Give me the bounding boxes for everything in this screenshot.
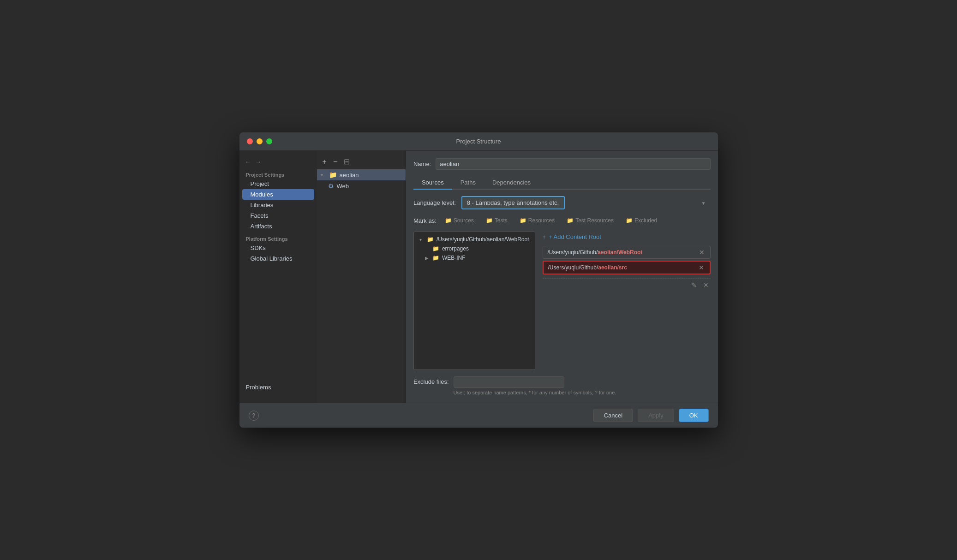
- window-controls: [247, 138, 272, 144]
- folder-icon: 📁: [427, 236, 434, 243]
- project-structure-dialog: Project Structure ← → Project Settings P…: [239, 132, 718, 428]
- forward-arrow[interactable]: →: [255, 158, 262, 166]
- folder-test-resources-icon: 📁: [567, 217, 574, 224]
- tree-item-web[interactable]: ⚙ Web: [317, 180, 406, 191]
- root-path-2: /Users/yuqiu/Github/aeolian/src: [548, 264, 627, 271]
- mark-tests-button[interactable]: 📁 Tests: [482, 216, 511, 225]
- sub-module-icon: ⚙: [328, 182, 334, 190]
- language-level-label: Language level:: [413, 199, 456, 206]
- chevron-down-icon: ▾: [321, 173, 326, 178]
- folder-sources-icon: 📁: [445, 217, 452, 224]
- footer-left: ?: [249, 411, 589, 421]
- ok-button[interactable]: OK: [679, 409, 709, 422]
- name-row: Name:: [413, 158, 711, 170]
- sidebar-item-global-libraries[interactable]: Global Libraries: [239, 253, 317, 264]
- tree-item-label: aeolian: [340, 172, 359, 179]
- language-level-row: Language level: 8 - Lambdas, type annota…: [413, 196, 711, 209]
- mark-as-label: Mark as:: [413, 217, 437, 224]
- back-arrow[interactable]: ←: [245, 158, 251, 166]
- cancel-button[interactable]: Cancel: [593, 409, 633, 422]
- chevron-right-icon: ▶: [425, 256, 430, 261]
- language-level-select[interactable]: 8 - Lambdas, type annotations etc.: [461, 196, 565, 209]
- remove-root-2-button[interactable]: ✕: [698, 264, 705, 271]
- exclude-hint: Use ; to separate name patterns, * for a…: [454, 390, 616, 395]
- sidebar-item-artifacts[interactable]: Artifacts: [239, 221, 317, 232]
- help-button[interactable]: ?: [249, 411, 259, 421]
- mark-sources-button[interactable]: 📁 Sources: [441, 216, 478, 225]
- root-path-1: /Users/yuqiu/Github/aeolian/WebRoot: [548, 249, 643, 256]
- close-button[interactable]: [247, 138, 253, 144]
- folder-excluded-icon: 📁: [626, 217, 633, 224]
- sidebar: ← → Project Settings Project Modules Lib…: [239, 151, 317, 403]
- module-tree: + − ⊟ ▾ 📁 aeolian ⚙ Web: [317, 151, 406, 403]
- folder-icon: 📁: [432, 255, 439, 261]
- sidebar-item-libraries[interactable]: Libraries: [239, 200, 317, 210]
- file-tree-item-webinf[interactable]: ▶ 📁 WEB-INF: [414, 253, 535, 262]
- minimize-button[interactable]: [257, 138, 263, 144]
- exclude-files-input[interactable]: [454, 376, 564, 388]
- tree-item-aeolian[interactable]: ▾ 📁 aeolian: [317, 169, 406, 180]
- tree-item-web-label: Web: [337, 183, 349, 190]
- plus-icon: +: [543, 233, 546, 240]
- chevron-down-icon: ▾: [419, 237, 424, 242]
- exclude-input-group: Use ; to separate name patterns, * for a…: [454, 376, 616, 395]
- file-tree-item-errorpages[interactable]: 📁 errorpages: [414, 244, 535, 253]
- mark-as-row: Mark as: 📁 Sources 📁 Tests 📁 Resources 📁…: [413, 216, 711, 225]
- language-level-wrapper: 8 - Lambdas, type annotations etc.: [461, 196, 711, 209]
- window-title: Project Structure: [456, 138, 501, 145]
- copy-module-button[interactable]: ⊟: [342, 156, 352, 167]
- content-roots-column: + + Add Content Root /Users/yuqiu/Github…: [535, 232, 711, 370]
- file-tree[interactable]: ▾ 📁 /Users/yuqiu/Github/aeolian/WebRoot …: [413, 232, 535, 370]
- folder-icon: 📁: [432, 245, 439, 252]
- file-tree-item-webroot[interactable]: ▾ 📁 /Users/yuqiu/Github/aeolian/WebRoot: [414, 235, 535, 244]
- tab-dependencies[interactable]: Dependencies: [484, 176, 539, 190]
- main-content: ← → Project Settings Project Modules Lib…: [239, 151, 718, 403]
- mark-resources-button[interactable]: 📁 Resources: [516, 216, 558, 225]
- name-input[interactable]: [436, 158, 710, 170]
- tree-toolbar: + − ⊟: [317, 155, 406, 169]
- apply-button[interactable]: Apply: [638, 409, 674, 422]
- platform-settings-header: Platform Settings: [239, 232, 317, 243]
- module-folder-icon: 📁: [329, 171, 337, 179]
- add-content-root-button[interactable]: + + Add Content Root: [543, 232, 711, 242]
- exclude-files-section: Exclude files: Use ; to separate name pa…: [413, 376, 711, 395]
- dotted-row: ✎ ✕: [543, 278, 711, 292]
- mark-excluded-button[interactable]: 📁 Excluded: [622, 216, 661, 225]
- edit-button[interactable]: ✎: [689, 280, 699, 290]
- sidebar-item-problems[interactable]: Problems: [246, 382, 311, 393]
- root-entry-1: /Users/yuqiu/Github/aeolian/WebRoot ✕: [543, 246, 711, 259]
- sidebar-nav: ← →: [239, 156, 317, 167]
- sidebar-item-sdks[interactable]: SDKs: [239, 243, 317, 253]
- root-entry-2: /Users/yuqiu/Github/aeolian/src ✕: [543, 261, 711, 274]
- sidebar-item-facets[interactable]: Facets: [239, 210, 317, 221]
- mark-test-resources-button[interactable]: 📁 Test Resources: [563, 216, 617, 225]
- two-col-area: ▾ 📁 /Users/yuqiu/Github/aeolian/WebRoot …: [413, 232, 711, 370]
- right-panel: Name: Sources Paths Dependencies Languag…: [406, 151, 718, 403]
- folder-tests-icon: 📁: [486, 217, 493, 224]
- remove-root-1-button[interactable]: ✕: [698, 249, 706, 256]
- add-module-button[interactable]: +: [321, 157, 329, 167]
- close-button[interactable]: ✕: [701, 280, 711, 290]
- project-settings-header: Project Settings: [239, 167, 317, 179]
- name-label: Name:: [413, 161, 431, 167]
- folder-resources-icon: 📁: [520, 217, 526, 224]
- maximize-button[interactable]: [266, 138, 272, 144]
- sidebar-item-project[interactable]: Project: [239, 179, 317, 189]
- tabs: Sources Paths Dependencies: [413, 176, 711, 190]
- titlebar: Project Structure: [239, 132, 718, 151]
- footer: ? Cancel Apply OK: [239, 403, 718, 428]
- tab-paths[interactable]: Paths: [452, 176, 484, 190]
- exclude-files-label: Exclude files:: [413, 378, 449, 385]
- remove-module-button[interactable]: −: [331, 157, 339, 167]
- sidebar-item-modules[interactable]: Modules: [242, 189, 314, 200]
- tab-sources[interactable]: Sources: [413, 176, 452, 190]
